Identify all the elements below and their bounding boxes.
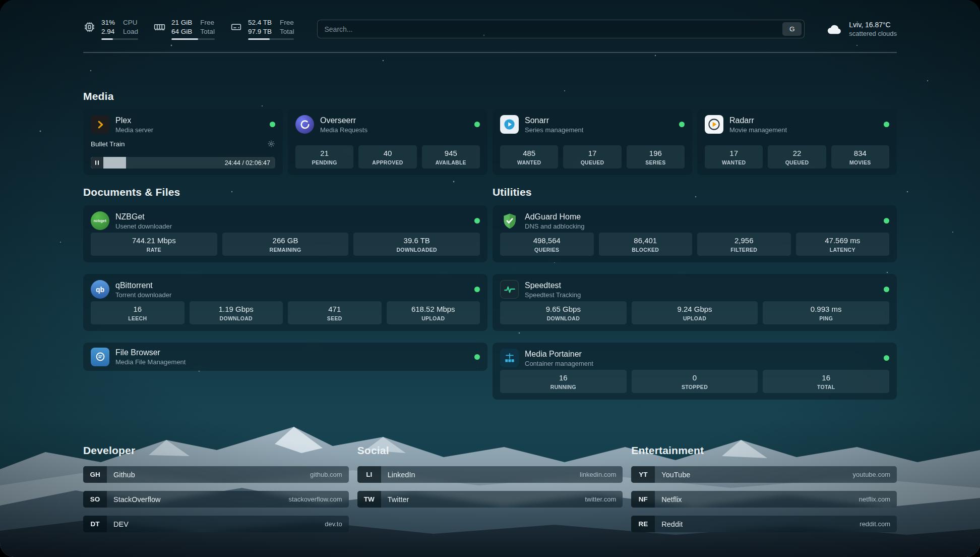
stat-block: 266 GB REMAINING bbox=[222, 233, 349, 256]
search-input[interactable] bbox=[324, 25, 782, 33]
service-desc: Container management bbox=[525, 360, 593, 367]
stat-label: REMAINING bbox=[223, 247, 348, 253]
status-online-dot bbox=[474, 287, 480, 292]
bookmark-name: Twitter bbox=[388, 495, 409, 504]
bookmark-name: LinkedIn bbox=[388, 471, 415, 479]
stat-value: 86,401 bbox=[600, 236, 692, 245]
disk-total-value: 97.9 TB bbox=[248, 27, 272, 36]
section-title-documents: Documents & Files bbox=[83, 186, 487, 198]
stat-value: 498,564 bbox=[501, 236, 593, 245]
status-online-dot bbox=[474, 122, 480, 127]
service-desc: DNS and adblocking bbox=[525, 222, 585, 230]
stat-label: QUEUED bbox=[564, 159, 620, 165]
stat-label: DOWNLOADED bbox=[354, 247, 479, 253]
service-card-overseerr[interactable]: Overseerr Media Requests 21 PENDING bbox=[288, 109, 487, 175]
bookmark-row[interactable]: GH Github github.com bbox=[83, 466, 349, 483]
stat-value: 17 bbox=[706, 148, 762, 158]
now-playing-title: Bullet Train bbox=[91, 140, 125, 148]
bookmark-row[interactable]: RE Reddit reddit.com bbox=[631, 516, 897, 532]
gear-icon[interactable] bbox=[267, 140, 275, 148]
stat-block: 834 MOVIES bbox=[831, 145, 889, 169]
overseerr-icon bbox=[295, 115, 314, 134]
bookmark-name: YouTube bbox=[661, 471, 690, 479]
bookmark-row[interactable]: SO StackOverflow stackoverflow.com bbox=[83, 491, 349, 508]
bookmark-name: Netflix bbox=[661, 495, 682, 504]
stat-block: 945 AVAILABLE bbox=[422, 145, 480, 169]
service-desc: Speedtest Tracking bbox=[525, 291, 581, 299]
stat-block: 16 TOTAL bbox=[763, 370, 889, 393]
bookmark-row[interactable]: NF Netflix netflix.com bbox=[631, 491, 897, 508]
stat-block: 86,401 BLOCKED bbox=[599, 233, 693, 256]
bookmark-abbr: LI bbox=[357, 466, 381, 483]
service-card-nzbget[interactable]: nzbget NZBGet Usenet downloader 744.21 M… bbox=[83, 205, 487, 262]
bookmark-row[interactable]: YT YouTube youtube.com bbox=[631, 466, 897, 483]
stat-block: 39.6 TB DOWNLOADED bbox=[353, 233, 480, 256]
service-name: Plex bbox=[115, 116, 153, 125]
media-grid: Plex Media server Bullet Train 24:44 / 0 bbox=[83, 109, 897, 175]
stat-block: 21 PENDING bbox=[295, 145, 353, 169]
disk-total-label: Total bbox=[280, 27, 294, 36]
service-card-speedtest[interactable]: Speedtest Speedtest Tracking 9.65 Gbps D… bbox=[493, 274, 897, 331]
stat-label: UPLOAD bbox=[633, 315, 757, 321]
service-card-plex[interactable]: Plex Media server Bullet Train 24:44 / 0 bbox=[83, 109, 283, 175]
search-provider-button[interactable]: G bbox=[782, 22, 802, 36]
disk-widget: 52.4 TB 97.9 TB Free Total bbox=[230, 18, 294, 40]
disk-progress-fill bbox=[248, 38, 270, 40]
service-card-adguard[interactable]: AdGuard Home DNS and adblocking 498,564 … bbox=[493, 205, 897, 262]
bookmark-url: netflix.com bbox=[859, 495, 890, 503]
stat-value: 266 GB bbox=[223, 236, 348, 245]
service-desc: Torrent downloader bbox=[115, 291, 171, 299]
bookmark-abbr: DT bbox=[83, 516, 107, 532]
status-online-dot bbox=[884, 355, 889, 361]
service-card-radarr[interactable]: Radarr Movie management 17 WANTED 22 bbox=[697, 109, 897, 175]
memory-free-label: Free bbox=[200, 18, 215, 27]
service-desc: Movie management bbox=[729, 126, 787, 134]
nzbget-icon: nzbget bbox=[91, 211, 109, 230]
stat-label: SERIES bbox=[628, 159, 684, 165]
memory-total-label: Total bbox=[200, 27, 215, 36]
stats-row: 485 WANTED 17 QUEUED 196 SERIES bbox=[500, 145, 685, 169]
documents-column: Documents & Files nzbget NZBGet Usenet d… bbox=[83, 186, 487, 382]
bookmark-abbr: NF bbox=[631, 491, 655, 508]
section-title-entertainment: Entertainment bbox=[631, 444, 897, 457]
topbar-divider bbox=[83, 52, 897, 53]
stat-label: WANTED bbox=[501, 159, 557, 165]
disk-free-label: Free bbox=[280, 18, 294, 27]
service-card-filebrowser[interactable]: File Browser Media File Management bbox=[83, 343, 487, 371]
bookmark-name: Github bbox=[113, 471, 135, 479]
bookmark-row[interactable]: LI LinkedIn linkedin.com bbox=[357, 466, 623, 483]
service-card-portainer[interactable]: Media Portainer Container management 16 … bbox=[493, 343, 897, 400]
bookmark-url: youtube.com bbox=[853, 471, 890, 478]
filebrowser-icon bbox=[91, 348, 109, 366]
stat-value: 196 bbox=[628, 148, 684, 158]
sonarr-icon bbox=[500, 115, 519, 134]
service-name: NZBGet bbox=[115, 212, 172, 221]
stat-value: 21 bbox=[296, 148, 352, 158]
qbittorrent-icon: qb bbox=[91, 280, 109, 299]
playback-progress-bar[interactable]: 24:44 / 02:06:47 bbox=[91, 157, 275, 169]
bookmark-name: StackOverflow bbox=[113, 495, 160, 504]
stat-block: 9.24 Gbps UPLOAD bbox=[632, 301, 758, 324]
stat-value: 485 bbox=[501, 148, 557, 158]
status-online-dot bbox=[884, 287, 889, 292]
bookmark-row[interactable]: TW Twitter twitter.com bbox=[357, 491, 623, 508]
nzbget-icon-text: nzbget bbox=[94, 218, 106, 223]
stat-label: DOWNLOAD bbox=[191, 315, 282, 321]
resource-widgets: 31% 2.94 CPU Load bbox=[83, 18, 294, 40]
bookmark-row[interactable]: DT DEV dev.to bbox=[83, 516, 349, 532]
bookmark-abbr: GH bbox=[83, 466, 107, 483]
service-card-sonarr[interactable]: Sonarr Series management 485 WANTED bbox=[493, 109, 692, 175]
pause-button[interactable] bbox=[91, 157, 103, 169]
stat-label: LATENCY bbox=[797, 247, 889, 253]
bookmark-list: LI LinkedIn linkedin.com TW Twitter twit… bbox=[357, 466, 623, 508]
plex-icon bbox=[91, 115, 109, 134]
cpu-percent: 31% bbox=[101, 18, 115, 27]
stat-label: PENDING bbox=[296, 159, 352, 165]
stat-label: APPROVED bbox=[359, 159, 415, 165]
service-card-qbittorrent[interactable]: qb qBittorrent Torrent downloader 16 bbox=[83, 274, 487, 331]
stat-label: SEED bbox=[289, 315, 381, 321]
weather-location: Lviv, 16.87°C bbox=[849, 20, 897, 29]
memory-progress-fill bbox=[171, 38, 198, 40]
bookmark-list: GH Github github.com SO StackOverflow st… bbox=[83, 466, 349, 532]
service-desc: Media server bbox=[115, 126, 153, 134]
